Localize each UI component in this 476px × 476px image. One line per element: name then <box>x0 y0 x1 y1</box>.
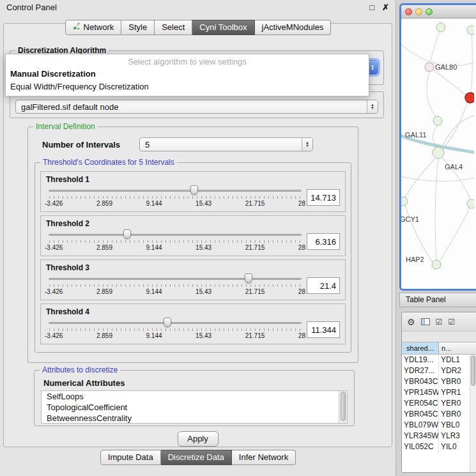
network-node[interactable] <box>425 63 434 72</box>
network-node[interactable] <box>465 93 474 103</box>
threshold-value-field[interactable]: 14.713 <box>307 189 340 206</box>
network-node-label: GAL80 <box>435 63 457 71</box>
threshold-value-field[interactable]: 11.344 <box>307 321 340 338</box>
select-mode-icon[interactable]: ☑ <box>448 318 455 326</box>
network-window-titlebar[interactable] <box>401 5 476 19</box>
number-of-intervals-combo[interactable]: 5 ▲▼ <box>139 137 313 151</box>
slider-track[interactable] <box>49 322 302 324</box>
table-scrollbar-thumb[interactable] <box>471 355 475 386</box>
slider-scale-label: 15.43 <box>196 288 211 295</box>
table-row[interactable]: YIL052C YIL0 <box>402 441 476 452</box>
network-node[interactable] <box>433 147 444 158</box>
tab-label: Network <box>84 22 114 32</box>
tab-label: Cyni Toolbox <box>199 22 247 32</box>
numerical-attributes-list[interactable]: SelfLoopsTopologicalCoefficientBetweenne… <box>41 390 348 424</box>
table-body[interactable]: YDL19... YDL1 YDR27... YDR2 YBR043C YBR0… <box>402 355 476 473</box>
table-row[interactable]: YPR145W YPR1 <box>402 387 476 398</box>
list-scrollbar-thumb[interactable] <box>341 392 346 421</box>
threshold-slider[interactable]: -3.4262.8599.14415.4321.71528 <box>49 316 302 343</box>
table-data-combo[interactable]: galFiltered.sif default node ▲▼ <box>15 100 378 114</box>
column-header-name[interactable]: n... <box>439 342 476 354</box>
slider-thumb[interactable] <box>123 229 131 239</box>
table-cell-shared-name: YLR345W <box>402 431 439 441</box>
tab-label: jActiveMNodules <box>262 22 324 32</box>
threshold-value-field[interactable]: 6.316 <box>307 233 340 250</box>
group-title: Threshold's Coordinates for 5 Intervals <box>40 158 177 167</box>
group-title: Interval Definition <box>33 122 98 131</box>
table-cell-shared-name: YBR045C <box>402 409 439 420</box>
tab-discretize-data[interactable]: Discretize Data <box>161 450 232 465</box>
slider-scale-label: 9.144 <box>146 244 162 251</box>
tab-select[interactable]: Select <box>155 20 192 35</box>
tab-impute-data[interactable]: Impute Data <box>100 450 161 465</box>
threshold-panel: Threshold 2 -3.4262.8599.14415.4321.7152… <box>40 215 346 256</box>
table-panel-titlebar[interactable]: Table Panel <box>399 293 476 307</box>
thresholds-group: Threshold's Coordinates for 5 Intervals … <box>35 162 351 353</box>
threshold-slider[interactable]: -3.4262.8599.14415.4321.71528 <box>49 272 302 299</box>
threshold-slider[interactable]: -3.4262.8599.14415.4321.71528 <box>49 228 302 255</box>
zoom-traffic-light-icon[interactable] <box>426 8 433 15</box>
combo-arrows-icon[interactable]: ▲▼ <box>302 138 312 151</box>
slider-scale-label: 15.43 <box>196 200 211 207</box>
threshold-slider[interactable]: -3.4262.8599.14415.4321.71528 <box>49 184 302 211</box>
slider-thumb[interactable] <box>164 318 171 327</box>
table-cell-shared-name: YDR27... <box>402 365 439 376</box>
slider-scale-label: -3.426 <box>45 288 63 295</box>
control-panel-titlebar[interactable]: Control Panel □ ✗ <box>0 0 395 14</box>
tab-jactivemnodules[interactable]: jActiveMNodules <box>255 20 332 35</box>
gear-icon[interactable]: ⚙ <box>407 318 415 326</box>
close-icon[interactable]: ✗ <box>382 3 389 12</box>
tab-cyni-toolbox[interactable]: Cyni Toolbox <box>192 20 254 35</box>
network-node[interactable] <box>401 197 408 206</box>
minimize-traffic-light-icon[interactable] <box>415 8 422 15</box>
slider-scale-label: 2.859 <box>96 332 112 339</box>
network-node[interactable] <box>433 116 442 125</box>
tab-style[interactable]: Style <box>121 20 155 35</box>
close-traffic-light-icon[interactable] <box>405 8 412 15</box>
attribute-list-item[interactable]: SelfLoops <box>42 391 347 402</box>
slider-scale: -3.4262.8599.14415.4321.71528 <box>45 288 305 295</box>
thresholds-container: Threshold 1 -3.4262.8599.14415.4321.7152… <box>38 171 348 344</box>
table-row[interactable]: YBR043C YBR0 <box>402 376 476 387</box>
table-scrollbar[interactable] <box>470 355 476 473</box>
tab-network[interactable]: Network <box>65 20 122 35</box>
float-window-icon[interactable]: □ <box>369 3 374 12</box>
interval-definition-group: Interval Definition Number of Intervals … <box>27 127 358 363</box>
attribute-list-item[interactable]: BetweennessCentrality <box>42 413 347 424</box>
network-node[interactable] <box>467 199 474 208</box>
slider-scale-label: 28 <box>298 288 305 295</box>
table-row[interactable]: YBR045C YBR0 <box>402 409 476 420</box>
slider-thumb[interactable] <box>190 185 198 195</box>
slider-scale-label: 21.715 <box>245 200 265 207</box>
table-row[interactable]: YDL19... YDL1 <box>402 355 476 365</box>
slider-scale-label: 2.859 <box>96 288 112 295</box>
combo-arrows-icon[interactable]: ▲▼ <box>367 100 378 113</box>
network-canvas-svg[interactable]: GAL80GAL11GAL4GCY1HAP2 <box>401 19 474 290</box>
table-row[interactable]: YLR345W YLR3 <box>402 431 476 441</box>
slider-scale-label: 28 <box>298 200 305 207</box>
algorithm-option-manual[interactable]: Manual Discretization <box>6 68 369 81</box>
list-scrollbar[interactable] <box>339 391 347 423</box>
slider-track[interactable] <box>49 234 302 236</box>
apply-button[interactable]: Apply <box>178 431 219 447</box>
attribute-list-item[interactable]: TopologicalCoefficient <box>42 402 347 413</box>
network-node-label: GAL11 <box>405 131 426 139</box>
slider-track[interactable] <box>49 190 302 192</box>
algorithm-dropdown-popup: Select algorithm to view settings Manual… <box>5 54 369 96</box>
column-selector-icon[interactable] <box>421 318 430 326</box>
select-all-icon[interactable]: ☑ <box>436 318 443 326</box>
slider-scale-label: 2.859 <box>96 244 112 251</box>
tab-infer-network[interactable]: Infer Network <box>232 450 296 465</box>
network-node[interactable] <box>467 26 474 35</box>
column-header-shared-name[interactable]: shared... <box>402 342 439 354</box>
network-node[interactable] <box>436 23 445 32</box>
network-node[interactable] <box>432 260 441 269</box>
threshold-value-field[interactable]: 21.4 <box>307 277 340 294</box>
slider-track[interactable] <box>49 278 302 280</box>
algorithm-option-equal-width[interactable]: Equal Width/Frequency Discretization <box>6 81 369 93</box>
table-row[interactable]: YBL079W YBL0 <box>402 420 476 431</box>
table-row[interactable]: YDR27... YDR2 <box>402 365 476 376</box>
threshold-label: Threshold 4 <box>46 307 340 316</box>
table-row[interactable]: YER054C YER0 <box>402 398 476 409</box>
slider-thumb[interactable] <box>245 273 252 283</box>
